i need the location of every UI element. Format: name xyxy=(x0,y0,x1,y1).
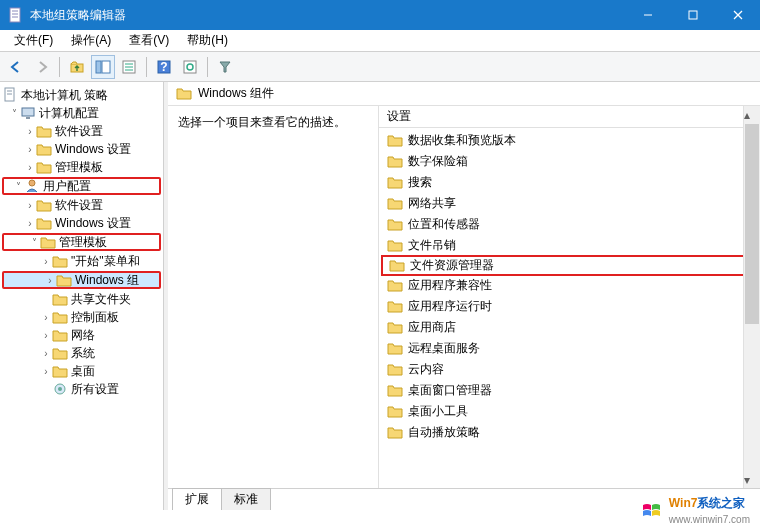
list-item[interactable]: 数字保险箱 xyxy=(379,151,760,172)
toolbar: ? xyxy=(0,52,760,82)
menu-view[interactable]: 查看(V) xyxy=(121,30,177,51)
list-item[interactable]: 搜索 xyxy=(379,172,760,193)
folder-icon xyxy=(387,321,403,334)
show-tree-button[interactable] xyxy=(91,55,115,79)
list-item[interactable]: 自动播放策略 xyxy=(379,422,760,443)
collapse-icon[interactable]: ˅ xyxy=(12,181,24,192)
expand-icon[interactable]: › xyxy=(40,312,52,323)
expand-icon[interactable]: › xyxy=(24,126,36,137)
close-button[interactable] xyxy=(715,0,760,30)
expand-icon[interactable]: › xyxy=(40,348,52,359)
tree-cc-admin[interactable]: › 管理模板 xyxy=(0,158,163,176)
tree-uc-software[interactable]: › 软件设置 xyxy=(0,196,163,214)
expand-icon[interactable]: › xyxy=(40,256,52,267)
app-icon xyxy=(8,7,24,23)
list-item-label: 应用商店 xyxy=(408,319,456,336)
menubar: 文件(F) 操作(A) 查看(V) 帮助(H) xyxy=(0,30,760,52)
tree-label: 管理模板 xyxy=(55,159,103,176)
scroll-down-icon[interactable]: ▾ xyxy=(744,471,750,488)
expand-icon[interactable]: › xyxy=(40,330,52,341)
list-item[interactable]: 桌面小工具 xyxy=(379,401,760,422)
folder-icon xyxy=(387,426,403,439)
list-items: 数据收集和预览版本数字保险箱搜索网络共享位置和传感器文件吊销文件资源管理器应用程… xyxy=(379,128,760,443)
folder-icon xyxy=(36,125,52,138)
up-button[interactable] xyxy=(65,55,89,79)
scroll-thumb[interactable] xyxy=(745,124,759,324)
content-title: Windows 组件 xyxy=(198,85,274,102)
folder-icon xyxy=(387,176,403,189)
tree-system[interactable]: › 系统 xyxy=(0,344,163,362)
list-item-label: 网络共享 xyxy=(408,195,456,212)
list-item[interactable]: 云内容 xyxy=(379,359,760,380)
main-area: 本地计算机 策略 ˅ 计算机配置 › 软件设置 › Windows 设置 › 管… xyxy=(0,82,760,510)
properties-button[interactable] xyxy=(117,55,141,79)
folder-icon xyxy=(176,87,192,100)
toolbar-separator xyxy=(146,57,147,77)
tree-network[interactable]: › 网络 xyxy=(0,326,163,344)
tree-control-panel[interactable]: › 控制面板 xyxy=(0,308,163,326)
menu-help[interactable]: 帮助(H) xyxy=(179,30,236,51)
tree-start-menu[interactable]: › "开始"菜单和 xyxy=(0,252,163,270)
folder-icon xyxy=(52,311,68,324)
tree-label: 桌面 xyxy=(71,363,95,380)
collapse-icon[interactable]: ˅ xyxy=(28,237,40,248)
folder-icon xyxy=(387,279,403,292)
tab-extended[interactable]: 扩展 xyxy=(172,488,222,510)
watermark-brand2: 系统之家 xyxy=(697,496,745,510)
expand-icon[interactable]: › xyxy=(44,275,56,286)
folder-icon xyxy=(56,274,72,287)
expand-icon[interactable]: › xyxy=(40,366,52,377)
list-column-header[interactable]: 设置 xyxy=(379,106,760,128)
svg-rect-10 xyxy=(102,61,110,73)
list-item[interactable]: 应用商店 xyxy=(379,317,760,338)
list-item[interactable]: 文件资源管理器 xyxy=(381,255,756,276)
svg-rect-9 xyxy=(96,61,101,73)
tree-computer-config[interactable]: ˅ 计算机配置 xyxy=(0,104,163,122)
list-item[interactable]: 网络共享 xyxy=(379,193,760,214)
tab-standard[interactable]: 标准 xyxy=(221,488,271,510)
list-item[interactable]: 应用程序运行时 xyxy=(379,296,760,317)
collapse-icon[interactable]: ˅ xyxy=(8,108,20,119)
tree-label: Windows 组 xyxy=(75,272,139,289)
help-button[interactable]: ? xyxy=(152,55,176,79)
tree-shared-folders[interactable]: 共享文件夹 xyxy=(0,290,163,308)
scroll-up-icon[interactable]: ▴ xyxy=(744,106,750,123)
policy-icon xyxy=(2,88,18,102)
expand-icon[interactable]: › xyxy=(24,162,36,173)
tree-desktop[interactable]: › 桌面 xyxy=(0,362,163,380)
forward-button[interactable] xyxy=(30,55,54,79)
tree-user-config[interactable]: ˅ 用户配置 xyxy=(2,177,161,195)
list-item[interactable]: 应用程序兼容性 xyxy=(379,275,760,296)
tree-all-settings[interactable]: 所有设置 xyxy=(0,380,163,398)
tree-uc-admin[interactable]: ˅ 管理模板 xyxy=(2,233,161,251)
list-item[interactable]: 远程桌面服务 xyxy=(379,338,760,359)
menu-action[interactable]: 操作(A) xyxy=(63,30,119,51)
vertical-scrollbar[interactable]: ▴ ▾ xyxy=(743,106,760,488)
tree-cc-software[interactable]: › 软件设置 xyxy=(0,122,163,140)
list-item[interactable]: 桌面窗口管理器 xyxy=(379,380,760,401)
list-item-label: 文件吊销 xyxy=(408,237,456,254)
list-item-label: 数字保险箱 xyxy=(408,153,468,170)
tree-root[interactable]: 本地计算机 策略 xyxy=(0,86,163,104)
tree-uc-windows[interactable]: › Windows 设置 xyxy=(0,214,163,232)
expand-icon[interactable]: › xyxy=(24,218,36,229)
list-item[interactable]: 文件吊销 xyxy=(379,235,760,256)
tree-windows-components[interactable]: › Windows 组 xyxy=(2,271,161,289)
expand-icon[interactable]: › xyxy=(24,144,36,155)
menu-file[interactable]: 文件(F) xyxy=(6,30,61,51)
tree-label: 共享文件夹 xyxy=(71,291,131,308)
maximize-button[interactable] xyxy=(670,0,715,30)
tree-label: 网络 xyxy=(71,327,95,344)
filter-button[interactable] xyxy=(213,55,237,79)
list-item[interactable]: 位置和传感器 xyxy=(379,214,760,235)
back-button[interactable] xyxy=(4,55,28,79)
tree-cc-windows[interactable]: › Windows 设置 xyxy=(0,140,163,158)
minimize-button[interactable] xyxy=(625,0,670,30)
folder-icon xyxy=(36,217,52,230)
tree-pane[interactable]: 本地计算机 策略 ˅ 计算机配置 › 软件设置 › Windows 设置 › 管… xyxy=(0,82,164,510)
list-item-label: 云内容 xyxy=(408,361,444,378)
refresh-button[interactable] xyxy=(178,55,202,79)
tree-label: "开始"菜单和 xyxy=(71,253,140,270)
list-item[interactable]: 数据收集和预览版本 xyxy=(379,130,760,151)
expand-icon[interactable]: › xyxy=(24,200,36,211)
